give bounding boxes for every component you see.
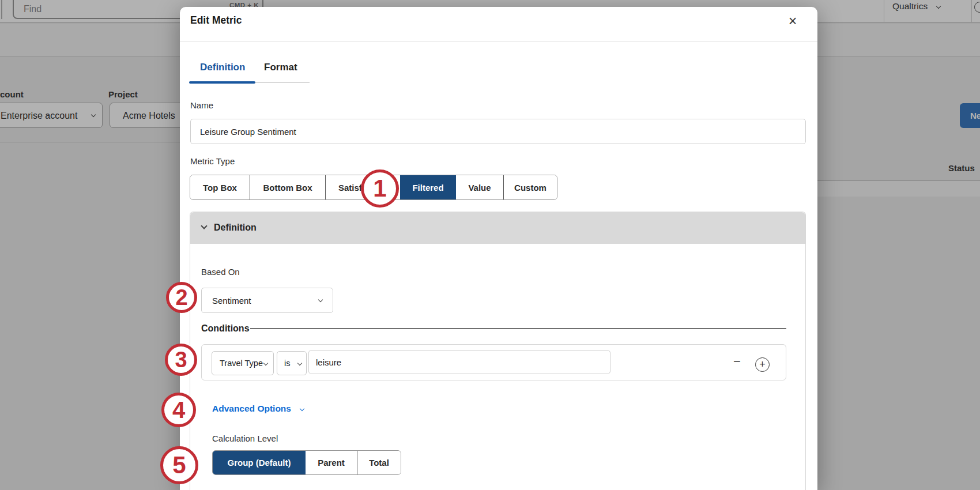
name-input[interactable]: [190, 119, 806, 144]
metric-type-option-bottom-box[interactable]: Bottom Box: [250, 175, 325, 199]
chevron-down-icon: [300, 406, 304, 411]
conditions-label: Conditions: [201, 323, 250, 334]
definition-section: Definition Based On Sentiment Conditions…: [190, 212, 806, 490]
based-on-select-value: Sentiment: [212, 296, 251, 306]
calculation-level-option-group[interactable]: Group (Default): [213, 451, 306, 474]
annotation-circle-4: 4: [161, 393, 196, 427]
annotation-circle-2: 2: [166, 282, 197, 313]
metric-type-option-custom[interactable]: Custom: [503, 175, 557, 199]
dialog-header-divider: [180, 41, 817, 42]
advanced-options-label: Advanced Options: [212, 404, 291, 413]
definition-section-header[interactable]: Definition: [190, 212, 805, 244]
tab-definition[interactable]: Definition: [200, 62, 245, 73]
condition-field-select[interactable]: Travel Type: [212, 351, 274, 375]
calculation-level-option-total[interactable]: Total: [357, 451, 401, 474]
tab-underline: [255, 82, 310, 83]
condition-row: Travel Type is − +: [201, 344, 786, 380]
chevron-down-icon: [297, 361, 302, 365]
condition-value-input[interactable]: [308, 350, 610, 374]
remove-condition-icon[interactable]: −: [733, 354, 741, 369]
screen: Find CMD + K Qualtrics count Project Ent…: [0, 0, 980, 490]
conditions-divider: [250, 328, 786, 329]
condition-operator-select[interactable]: is: [277, 351, 307, 375]
metric-type-option-top-box[interactable]: Top Box: [190, 175, 250, 199]
annotation-circle-5: 5: [160, 446, 198, 484]
calculation-level-segmented-control: Group (Default) Parent Total: [212, 450, 401, 475]
metric-type-option-value[interactable]: Value: [456, 175, 503, 199]
close-icon[interactable]: ×: [784, 13, 801, 30]
metric-type-label: Metric Type: [190, 156, 235, 166]
condition-operator-value: is: [284, 359, 290, 368]
chevron-down-icon: [263, 361, 268, 365]
advanced-options-link[interactable]: Advanced Options: [212, 404, 304, 414]
annotation-circle-3: 3: [165, 344, 197, 376]
name-label: Name: [190, 100, 213, 110]
tab-format[interactable]: Format: [264, 62, 297, 73]
metric-type-option-filtered[interactable]: Filtered: [400, 175, 456, 199]
calculation-level-label: Calculation Level: [212, 434, 278, 443]
add-condition-icon[interactable]: +: [755, 357, 770, 372]
active-tab-underline: [189, 81, 255, 84]
edit-metric-dialog: Edit Metric × Definition Format Name Met…: [180, 7, 817, 490]
dialog-title: Edit Metric: [190, 14, 242, 27]
chevron-down-icon: [318, 297, 323, 302]
condition-field-value: Travel Type: [220, 359, 263, 368]
based-on-select[interactable]: Sentiment: [201, 288, 333, 313]
calculation-level-option-parent[interactable]: Parent: [306, 451, 357, 474]
based-on-label: Based On: [201, 267, 240, 277]
chevron-down-icon: [201, 223, 207, 229]
definition-section-title: Definition: [214, 223, 257, 233]
annotation-circle-1: 1: [361, 169, 399, 208]
